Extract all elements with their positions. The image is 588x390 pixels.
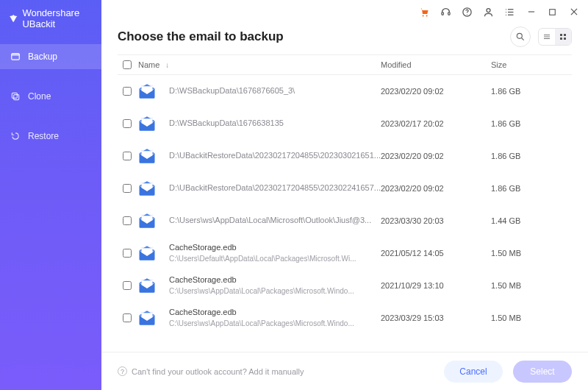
- col-name-label[interactable]: Name: [138, 60, 159, 69]
- app-window: Wondershare UBackit Backup Clone Restore: [0, 0, 588, 390]
- mail-icon: [138, 213, 156, 228]
- col-size-label[interactable]: Size: [491, 60, 506, 69]
- row-primary: CacheStorage.edb: [169, 275, 354, 286]
- row-modified: 2023/02/20 09:02: [381, 87, 491, 96]
- row-size: 1.86 GB: [491, 87, 572, 96]
- restore-icon: [10, 131, 21, 141]
- sidebar-item-restore[interactable]: Restore: [0, 124, 101, 149]
- footer-hint[interactable]: ? Can't find your outlook account? Add i…: [118, 366, 304, 376]
- table-row[interactable]: CacheStorage.edbC:\Users\ws\AppData\Loca…: [118, 302, 572, 334]
- row-secondary: C:\Users\ws\AppData\Local\Packages\Micro…: [169, 287, 354, 297]
- cancel-button[interactable]: Cancel: [444, 361, 503, 383]
- view-list-button[interactable]: [539, 29, 555, 45]
- row-path: D:\WSBackupData\1676638135: [169, 118, 284, 129]
- brand: Wondershare UBackit: [0, 0, 101, 40]
- row-size: 1.44 GB: [491, 216, 572, 225]
- table-row[interactable]: D:\WSBackupData\1676876605_3\2023/02/20 …: [118, 75, 572, 107]
- svg-point-5: [426, 15, 428, 16]
- sidebar-item-clone[interactable]: Clone: [0, 84, 101, 109]
- row-size: 1.50 MB: [491, 249, 572, 258]
- clone-icon: [10, 91, 21, 102]
- svg-point-15: [506, 11, 506, 12]
- select-all-checkbox[interactable]: [123, 60, 132, 69]
- row-checkbox[interactable]: [123, 313, 132, 322]
- support-icon[interactable]: [440, 7, 451, 18]
- maximize-icon[interactable]: [547, 7, 558, 18]
- svg-rect-28: [560, 38, 562, 40]
- col-modified-label[interactable]: Modified: [381, 60, 412, 69]
- brand-logo-icon: [9, 13, 18, 24]
- row-checkbox[interactable]: [123, 281, 132, 290]
- select-button[interactable]: Select: [513, 361, 572, 383]
- footer: ? Can't find your outlook account? Add i…: [101, 352, 588, 390]
- row-checkbox[interactable]: [123, 249, 132, 258]
- svg-point-16: [506, 14, 506, 15]
- cart-icon[interactable]: [419, 7, 430, 18]
- table-row[interactable]: CacheStorage.edbC:\Users\ws\AppData\Loca…: [118, 269, 572, 302]
- table-row[interactable]: D:\WSBackupData\16766381352023/02/17 20:…: [118, 107, 572, 140]
- row-modified: 2023/02/20 09:02: [381, 184, 491, 193]
- row-checkbox[interactable]: [123, 152, 132, 160]
- help-icon[interactable]: [462, 7, 473, 18]
- row-path: D:\WSBackupData\1676876605_3\: [169, 86, 295, 96]
- row-size: 1.50 MB: [491, 281, 572, 290]
- mail-icon: [138, 311, 156, 325]
- row-primary: CacheStorage.edb: [169, 243, 356, 253]
- row-path: D:\UBackitRestoreData\20230217204855\202…: [169, 151, 381, 161]
- menu-icon[interactable]: [504, 7, 515, 18]
- footer-buttons: Cancel Select: [444, 361, 572, 383]
- svg-point-21: [517, 33, 522, 38]
- brand-name: Wondershare UBackit: [22, 7, 94, 29]
- sidebar-item-label: Restore: [28, 131, 59, 141]
- svg-rect-7: [448, 12, 451, 15]
- mail-icon: [138, 246, 156, 260]
- row-path: C:\Users\ws\AppData\Local\Microsoft\Outl…: [169, 216, 371, 226]
- sidebar-item-label: Backup: [28, 52, 57, 62]
- svg-point-9: [467, 14, 467, 15]
- row-secondary: C:\Users\ws\AppData\Local\Packages\Micro…: [169, 319, 354, 329]
- row-checkbox[interactable]: [123, 184, 132, 193]
- table-row[interactable]: D:\UBackitRestoreData\20230217204855\202…: [118, 140, 572, 172]
- svg-point-10: [487, 8, 490, 12]
- svg-rect-1: [12, 54, 20, 56]
- row-modified: 2023/03/29 15:03: [381, 313, 491, 322]
- table-row[interactable]: C:\Users\ws\AppData\Local\Microsoft\Outl…: [118, 205, 572, 237]
- row-size: 1.86 GB: [491, 152, 572, 160]
- row-checkbox[interactable]: [123, 119, 132, 128]
- row-modified: 2023/02/20 09:02: [381, 152, 491, 160]
- info-icon: ?: [118, 366, 127, 376]
- svg-point-14: [506, 9, 506, 10]
- search-button[interactable]: [510, 26, 531, 47]
- hint-text: Can't find your outlook account? Add it …: [132, 367, 304, 376]
- table-body: D:\WSBackupData\1676876605_3\2023/02/20 …: [118, 75, 572, 352]
- row-checkbox[interactable]: [123, 87, 132, 96]
- mail-icon: [138, 149, 156, 163]
- row-size: 1.86 GB: [491, 184, 572, 193]
- table-row[interactable]: D:\UBackitRestoreData\20230217204855\202…: [118, 172, 572, 205]
- svg-point-4: [423, 15, 424, 16]
- mail-icon: [138, 181, 156, 196]
- close-icon[interactable]: [568, 7, 579, 18]
- svg-rect-6: [442, 12, 444, 15]
- sidebar-item-backup[interactable]: Backup: [0, 44, 101, 69]
- svg-line-22: [522, 38, 524, 40]
- row-modified: 2021/05/12 14:05: [381, 249, 491, 258]
- svg-rect-18: [550, 9, 556, 15]
- backup-icon: [10, 52, 21, 62]
- mail-icon: [138, 84, 156, 99]
- row-size: 1.86 GB: [491, 119, 572, 128]
- row-secondary: C:\Users\Default\AppData\Local\Packages\…: [169, 255, 356, 264]
- view-toggle: [538, 28, 572, 46]
- header-row: Choose the email to backup: [101, 24, 588, 54]
- view-grid-button[interactable]: [555, 29, 571, 45]
- svg-rect-2: [12, 93, 17, 98]
- minimize-icon[interactable]: [526, 7, 537, 18]
- svg-rect-26: [560, 34, 562, 36]
- svg-rect-29: [564, 38, 566, 40]
- table-row[interactable]: CacheStorage.edbC:\Users\Default\AppData…: [118, 237, 572, 269]
- account-icon[interactable]: [483, 7, 494, 18]
- mail-icon: [138, 116, 156, 131]
- svg-rect-3: [14, 95, 19, 100]
- header-tools: [510, 26, 572, 47]
- row-checkbox[interactable]: [123, 216, 132, 225]
